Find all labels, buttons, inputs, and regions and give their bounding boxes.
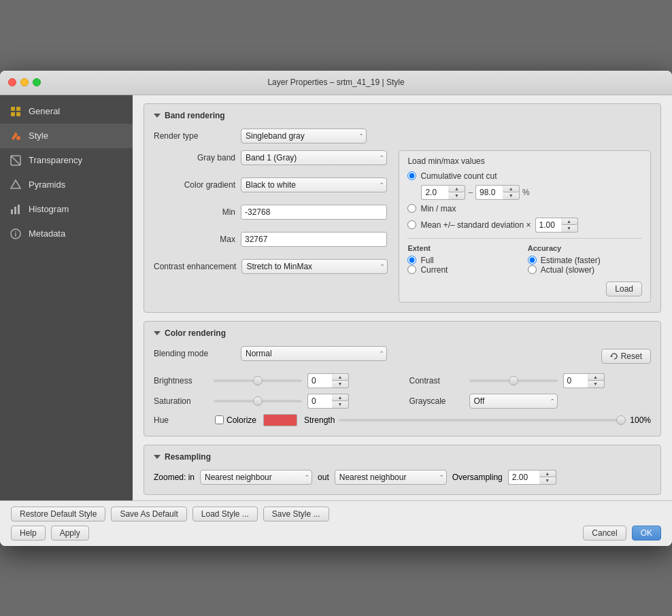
color-gradient-label: Color gradient: [154, 180, 235, 190]
band-left-col: Gray band Band 1 (Gray) Color gradient: [154, 150, 388, 303]
mean-input[interactable]: [535, 218, 561, 233]
render-type-select[interactable]: Singleband gray Multiband color Singleba…: [241, 129, 367, 143]
full-label: Full: [420, 256, 433, 265]
sidebar-item-pyramids[interactable]: Pyramids: [0, 173, 133, 197]
brightness-down[interactable]: ▼: [332, 381, 348, 388]
cum-min-down[interactable]: ▼: [448, 192, 465, 199]
sidebar-item-histogram[interactable]: Histogram: [0, 197, 133, 222]
save-as-default-button[interactable]: Save As Default: [111, 507, 186, 521]
grayscale-row: Grayscale Off By lightness By luminosity…: [409, 394, 652, 409]
zoomed-in-select[interactable]: Nearest neighbour Bilinear Cubic: [200, 470, 312, 485]
estimate-radio[interactable]: [528, 256, 537, 264]
grayscale-select[interactable]: Off By lightness By luminosity By averag…: [469, 394, 558, 409]
render-type-row: Render type Singleband gray Multiband co…: [154, 129, 651, 143]
sidebar-item-metadata[interactable]: i Metadata: [0, 222, 133, 246]
load-style-button[interactable]: Load Style ...: [192, 507, 258, 521]
apply-button[interactable]: Apply: [51, 526, 89, 541]
minimize-button[interactable]: [20, 78, 29, 86]
actual-radio[interactable]: [528, 265, 537, 274]
close-button[interactable]: [8, 78, 16, 86]
oversampling-down[interactable]: ▼: [539, 477, 556, 484]
svg-rect-9: [18, 205, 20, 214]
color-swatch[interactable]: [263, 414, 297, 426]
style-label: Style: [29, 131, 48, 141]
band-rendering-title: Band rendering: [165, 111, 225, 120]
metadata-icon: i: [8, 226, 23, 241]
mean-up[interactable]: ▲: [561, 218, 577, 225]
brightness-up[interactable]: ▲: [332, 374, 348, 381]
cancel-button[interactable]: Cancel: [583, 526, 626, 541]
reset-button[interactable]: Reset: [601, 349, 651, 364]
saturation-spin-btns: ▲ ▼: [332, 394, 349, 409]
hue-row: Hue Colorize Strength 100%: [154, 414, 651, 426]
maximize-button[interactable]: [33, 78, 41, 86]
blending-select[interactable]: Normal Multiply Screen: [241, 346, 387, 361]
gray-band-select[interactable]: Band 1 (Gray): [241, 150, 387, 165]
contrast-slider[interactable]: [469, 379, 558, 382]
saturation-slider[interactable]: [214, 400, 302, 403]
brightness-spinbox: ▲ ▼: [307, 373, 349, 388]
band-rendering-toggle[interactable]: [154, 114, 161, 118]
sidebar-item-general[interactable]: General: [0, 99, 133, 124]
minmax-row: Min / max: [407, 204, 642, 213]
min-input[interactable]: [241, 205, 387, 220]
cum-min-up[interactable]: ▲: [448, 186, 465, 192]
brightness-slider[interactable]: [214, 379, 302, 382]
help-button[interactable]: Help: [11, 526, 46, 541]
saturation-up[interactable]: ▲: [332, 394, 348, 401]
colorize-check[interactable]: [215, 415, 224, 424]
cum-max-down[interactable]: ▼: [503, 192, 519, 199]
svg-marker-12: [610, 355, 613, 357]
color-rendering-toggle[interactable]: [154, 331, 161, 335]
resampling-header: Resampling: [154, 452, 651, 462]
contrast-up[interactable]: ▲: [588, 374, 604, 381]
contrast-down[interactable]: ▼: [588, 381, 604, 388]
saturation-spinbox: ▲ ▼: [307, 394, 349, 409]
strength-slider[interactable]: [339, 419, 626, 422]
cumulative-radio[interactable]: [407, 171, 416, 180]
accuracy-col: Accuracy Estimate (faster) Actual (slowe…: [528, 244, 642, 275]
contrast-cr-row: Contrast ▲ ▼: [409, 373, 652, 388]
oversampling-input[interactable]: [508, 470, 539, 485]
current-radio[interactable]: [407, 265, 416, 274]
cum-min-spinbox: ▲ ▼: [421, 185, 465, 200]
gray-band-label: Gray band: [154, 153, 235, 162]
minmax-radio[interactable]: [407, 204, 416, 213]
save-style-button[interactable]: Save Style ...: [263, 507, 329, 521]
resampling-toggle[interactable]: [154, 455, 161, 459]
color-gradient-select[interactable]: Black to white White to black: [241, 177, 387, 192]
strength-value: 100%: [630, 415, 651, 425]
resampling-row: Zoomed: in Nearest neighbour Bilinear Cu…: [154, 470, 651, 485]
contrast-select[interactable]: Stretch to MinMax No enhancement Clip to…: [241, 259, 388, 274]
oversampling-label: Oversampling: [452, 473, 503, 482]
brightness-input[interactable]: [307, 373, 332, 388]
sidebar: General Style Transparency Pyramids: [0, 95, 133, 500]
restore-default-button[interactable]: Restore Default Style: [11, 507, 105, 521]
brightness-label: Brightness: [154, 376, 208, 386]
actual-label: Actual (slower): [541, 265, 594, 275]
reset-icon: [610, 352, 618, 360]
cum-max-input[interactable]: [475, 185, 503, 200]
accuracy-label: Accuracy: [528, 244, 642, 252]
cum-max-up[interactable]: ▲: [503, 186, 519, 192]
ok-button[interactable]: OK: [632, 526, 661, 541]
mean-down[interactable]: ▼: [561, 225, 577, 232]
mean-radio[interactable]: [407, 220, 416, 229]
saturation-input[interactable]: [307, 394, 332, 409]
contrast-cr-label: Contrast: [409, 376, 464, 386]
sidebar-item-style[interactable]: Style: [0, 124, 133, 148]
color-rendering-header: Color rendering: [154, 328, 651, 338]
sidebar-item-transparency[interactable]: Transparency: [0, 148, 133, 173]
load-button[interactable]: Load: [606, 281, 642, 296]
saturation-down[interactable]: ▼: [332, 401, 348, 408]
oversampling-up[interactable]: ▲: [539, 470, 556, 477]
oversampling-spin-btns: ▲ ▼: [539, 470, 556, 485]
color-rendering-grid: Brightness ▲ ▼ Contrast: [154, 373, 651, 426]
contrast-input[interactable]: [563, 373, 588, 388]
transparency-label: Transparency: [29, 155, 82, 165]
svg-rect-2: [11, 112, 15, 116]
max-input[interactable]: [241, 232, 387, 247]
cum-min-input[interactable]: [421, 185, 448, 200]
full-radio[interactable]: [407, 256, 416, 264]
zoomed-out-select[interactable]: Nearest neighbour Bilinear Cubic: [335, 470, 447, 485]
